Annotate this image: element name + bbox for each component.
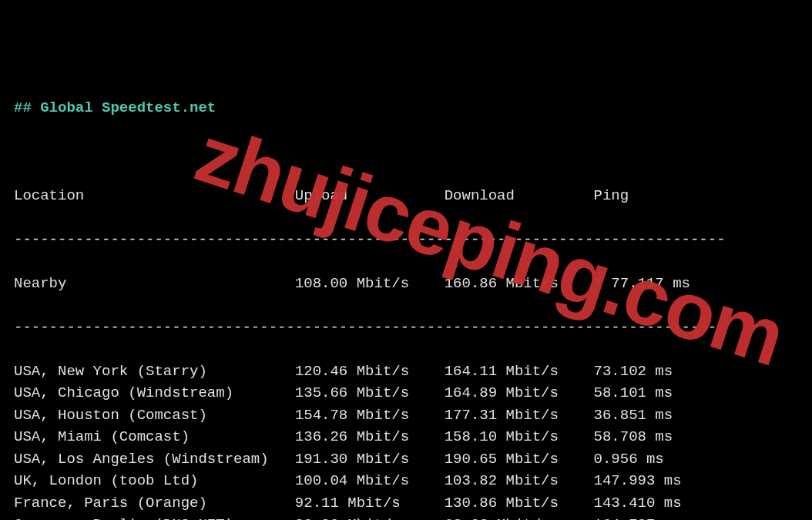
divider-line: ----------------------------------------… [14, 317, 798, 339]
table-row: USA, Miami (Comcast) 136.26 Mbit/s 158.1… [14, 426, 798, 448]
speedtest-table-body: USA, New York (Starry) 120.46 Mbit/s 164… [14, 361, 798, 521]
table-row: USA, Houston (Comcast) 154.78 Mbit/s 177… [14, 404, 798, 427]
nearby-row: Nearby 108.00 Mbit/s 160.86 Mbit/s * 77.… [14, 273, 798, 295]
table-row: UK, London (toob Ltd) 100.04 Mbit/s 103.… [14, 470, 798, 492]
table-row: Germany, Berlin (DNS:NET) 80.90 Mbit/s 6… [14, 514, 798, 520]
table-row: USA, Chicago (Windstream) 135.66 Mbit/s … [14, 382, 798, 404]
table-header-row: Location Upload Download Ping [14, 185, 798, 207]
table-row: USA, Los Angeles (Windstream) 191.30 Mbi… [14, 448, 798, 471]
divider-line: ----------------------------------------… [14, 229, 798, 251]
table-row: France, Paris (Orange) 92.11 Mbit/s 130.… [14, 492, 798, 515]
table-row: USA, New York (Starry) 120.46 Mbit/s 164… [14, 361, 798, 383]
section-title: ## Global Speedtest.net [14, 97, 798, 119]
